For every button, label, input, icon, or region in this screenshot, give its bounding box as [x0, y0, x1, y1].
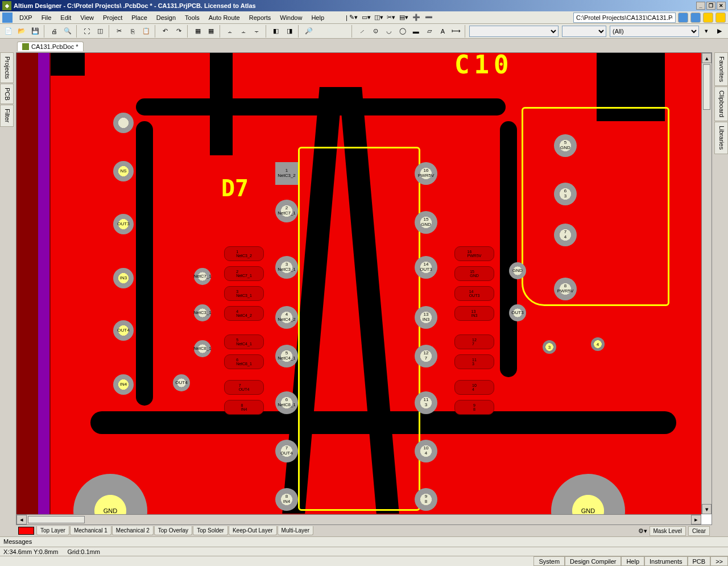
pad-IN4[interactable]: IN4: [113, 374, 134, 395]
zoom-fit-icon[interactable]: ⛶: [81, 25, 93, 38]
col1-pad-4[interactable]: 4NetC4_2: [275, 306, 298, 329]
smd-right-14[interactable]: 14OUT3: [454, 286, 494, 301]
pad-NetC7_1[interactable]: NetC7_1: [194, 268, 211, 285]
smd-right-9[interactable]: 98: [454, 400, 494, 415]
mask-level-button[interactable]: Mask Level: [650, 526, 686, 536]
layer-tab[interactable]: Mechanical 2: [112, 526, 154, 535]
pad-NetC3_1[interactable]: NetC3_1: [194, 304, 211, 321]
open-icon[interactable]: 📂: [16, 25, 28, 38]
col1-pad-8[interactable]: 8IN4: [275, 488, 298, 511]
footer-design-compiler[interactable]: Design Compiler: [565, 556, 621, 566]
nav-home-icon[interactable]: [703, 13, 713, 23]
layer-tab[interactable]: Multi-Layer: [278, 526, 313, 535]
copy-icon[interactable]: ⎘: [127, 25, 139, 38]
tool-sheet-icon[interactable]: ▤▾: [398, 11, 410, 24]
smd-left-5[interactable]: 5NetC4_1: [224, 334, 264, 349]
tool-pencil-icon[interactable]: ✎▾: [348, 11, 360, 24]
zoom-sel-icon[interactable]: ◫: [94, 25, 106, 38]
menu-file[interactable]: File: [37, 13, 56, 23]
col2-pad-11[interactable]: 113: [415, 391, 437, 414]
scroll-up-icon[interactable]: ▴: [702, 53, 712, 63]
menu-project[interactable]: Project: [98, 13, 127, 23]
layer-tab[interactable]: Top Overlay: [154, 526, 192, 535]
arc-icon[interactable]: ◡: [383, 25, 395, 38]
smd-left-2[interactable]: 2NetC7_1: [224, 266, 264, 281]
pad-[interactable]: [113, 113, 134, 133]
pad-IN3[interactable]: IN3: [113, 268, 134, 288]
col2-pad-12[interactable]: 127: [415, 345, 437, 367]
side-filter[interactable]: Filter: [0, 105, 14, 126]
pad-GND[interactable]: GND: [509, 262, 526, 279]
tool-remove-icon[interactable]: ➖: [423, 11, 435, 24]
tool-layer-icon[interactable]: ◫▾: [373, 11, 385, 24]
dim-icon[interactable]: ⟼: [450, 25, 462, 38]
cut-icon[interactable]: ✂: [113, 25, 126, 38]
side-pcb[interactable]: PCB: [0, 84, 14, 105]
save-icon[interactable]: 💾: [29, 25, 42, 38]
menu-place[interactable]: Place: [127, 13, 152, 23]
doc-tab-active[interactable]: CA131.PcbDoc *: [17, 42, 84, 51]
col2-pad-14[interactable]: 14OUT3: [415, 256, 437, 279]
side-clipboard[interactable]: Clipboard: [714, 86, 728, 121]
layer-options-icon[interactable]: ⚙▾: [638, 527, 647, 535]
pad-icon[interactable]: ◯: [396, 25, 409, 38]
tool-add-icon[interactable]: ➕: [410, 11, 423, 24]
menu-view[interactable]: View: [76, 13, 98, 23]
footer-help[interactable]: Help: [621, 556, 644, 566]
pad-NS[interactable]: NS: [113, 161, 134, 181]
nav-back-icon[interactable]: [678, 13, 688, 23]
colR-pad-5[interactable]: 5GND: [554, 134, 577, 157]
side-favorites[interactable]: Favorites: [714, 52, 728, 86]
pcb-canvas[interactable]: D7 C10 NSOUT3IN3OUT4IN4OUT4NetC7_1NetC3_…: [16, 53, 701, 514]
filter-go-icon[interactable]: ▶: [713, 25, 726, 38]
scroll-right-icon[interactable]: ▸: [691, 515, 701, 524]
smd-left-4[interactable]: 4NetC4_2: [224, 306, 264, 321]
browse-icon[interactable]: 🔎: [303, 25, 315, 38]
smd-left-1[interactable]: 1NetC3_2: [224, 246, 264, 261]
smd-left-6[interactable]: 6NetC8_1: [224, 354, 264, 369]
footer-system[interactable]: System: [533, 556, 565, 566]
smd-right-16[interactable]: 16PWR5V: [454, 246, 494, 261]
menu-design[interactable]: Design: [152, 13, 180, 23]
pad-OUT4[interactable]: OUT4: [173, 374, 190, 391]
smd-right-10[interactable]: 104: [454, 380, 494, 395]
via-icon[interactable]: ⊙: [370, 25, 382, 38]
route-icon[interactable]: ⟋: [356, 25, 369, 38]
smd-right-13[interactable]: 13IN3: [454, 306, 494, 321]
undo-icon[interactable]: ↶: [159, 25, 172, 38]
col2-pad-15[interactable]: 15GND: [415, 211, 437, 234]
align3-icon[interactable]: ⫟: [251, 25, 263, 38]
tool-select-icon[interactable]: ▭▾: [360, 11, 373, 24]
group1-icon[interactable]: ▦: [192, 25, 204, 38]
scroll-down-icon[interactable]: ▾: [702, 504, 712, 514]
colR-pad-6[interactable]: 63: [554, 183, 577, 205]
clear-button[interactable]: Clear: [688, 526, 710, 536]
scrollbar-vertical[interactable]: ▴ ▾: [701, 53, 712, 514]
combo1[interactable]: [469, 26, 559, 37]
nav-fwd-icon[interactable]: [690, 13, 701, 23]
smd-left-8[interactable]: 8IN4: [224, 400, 264, 415]
menu-autoroute[interactable]: Auto Route: [204, 13, 245, 23]
filter-btn-icon[interactable]: ▾: [700, 25, 713, 38]
smd-left-7[interactable]: 7OUT4: [224, 380, 264, 395]
view2-icon[interactable]: ◨: [283, 25, 296, 38]
layer-tab[interactable]: Top Solder: [193, 526, 228, 535]
col2-pad-13[interactable]: 13IN3: [415, 306, 437, 329]
pad-OUT3[interactable]: OUT3: [113, 214, 134, 234]
filter-select[interactable]: (All): [610, 26, 699, 37]
poly-icon[interactable]: ▱: [423, 25, 436, 38]
smd-right-12[interactable]: 127: [454, 334, 494, 349]
text-icon[interactable]: A: [437, 25, 449, 38]
print-icon[interactable]: 🖨: [48, 25, 61, 38]
side-libraries[interactable]: Libraries: [714, 122, 728, 154]
menu-window[interactable]: Window: [275, 13, 307, 23]
close-button[interactable]: ✕: [717, 2, 726, 10]
col2-pad-16[interactable]: 16PWR5V: [415, 162, 437, 185]
footer-instruments[interactable]: Instruments: [644, 556, 687, 566]
col1-pad-7[interactable]: 7OUT4: [275, 440, 298, 462]
layer-tab[interactable]: Keep-Out Layer: [229, 526, 277, 535]
scrollbar-horizontal[interactable]: ◂ ▸: [16, 514, 701, 524]
menu-tools[interactable]: Tools: [180, 13, 204, 23]
pad-OUT4[interactable]: OUT4: [113, 320, 134, 341]
align2-icon[interactable]: ⫠: [238, 25, 250, 38]
